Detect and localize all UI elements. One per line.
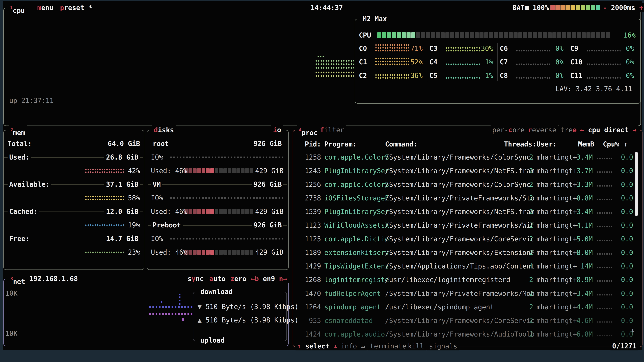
sort-direction-icon[interactable]: ↑: [624, 140, 628, 148]
process-cpu: 0.0: [613, 167, 633, 175]
menu-label: enu: [41, 4, 53, 11]
mem-row-value: 37.1 GiB: [104, 180, 140, 188]
mem-hotkey: 2: [10, 127, 13, 132]
select-control[interactable]: ↑ select ↓: [296, 342, 339, 351]
process-mem: 8.8M: [570, 194, 593, 202]
column-header-user[interactable]: User:: [536, 140, 556, 148]
meter-block: [426, 32, 430, 38]
core-usage-graph: [375, 57, 409, 66]
sort-next-button[interactable]: →: [632, 126, 636, 134]
column-header-program[interactable]: Program:: [324, 140, 357, 148]
core-label: C1: [359, 58, 367, 66]
disk-used-meter: [184, 168, 253, 173]
process-cpu-graph: [597, 212, 614, 214]
meter-block: [591, 5, 595, 10]
preset-button[interactable]: preset *: [58, 3, 94, 12]
meter-block: [228, 250, 232, 255]
next-interface-button[interactable]: n→: [279, 275, 287, 283]
process-cpu: 0.0: [613, 180, 633, 189]
meter-block: [576, 5, 580, 10]
interval-decrease-button[interactable]: -: [603, 4, 607, 11]
meter-block: [494, 32, 498, 38]
disk-row: Preboot926 GiB: [151, 221, 284, 229]
process-command: /System/Library/Frameworks/ColorSync.: [385, 180, 534, 189]
select-down-icon[interactable]: ↓: [334, 342, 338, 350]
net-interface-switcher[interactable]: ←b en9 n→: [249, 274, 289, 283]
mem-row: Total:64.0 GiB: [8, 140, 140, 148]
meter-block: [514, 32, 518, 38]
meter-block: [450, 32, 454, 38]
menu-hotkey: m: [37, 4, 41, 11]
process-command: /System/Applications/Tips.app/Content: [385, 262, 534, 270]
process-cpu: 0.0: [613, 153, 633, 161]
uptime: up 21:37:11: [9, 96, 54, 105]
sort-column-switcher[interactable]: ← cpu direct →: [578, 125, 638, 134]
reverse-toggle[interactable]: reverse: [526, 125, 558, 134]
process-cpu-graph: [597, 308, 614, 309]
meter-block: [446, 32, 450, 38]
terminate-button[interactable]: terminate: [368, 342, 408, 351]
net-sync-toggle[interactable]: sync: [186, 274, 205, 283]
tab-net[interactable]: 3net: [9, 274, 27, 283]
meter-block: [455, 32, 459, 38]
io-mode-toggle[interactable]: io: [271, 125, 283, 134]
prev-interface-button[interactable]: ←b: [251, 275, 259, 283]
process-command: /System/Library/Frameworks/NetFS.fram: [385, 167, 534, 175]
meter-block: [412, 32, 416, 38]
info-button[interactable]: info ↵: [339, 342, 367, 351]
column-header-mem[interactable]: MemB: [578, 140, 594, 148]
process-threads: 2: [513, 194, 533, 202]
net-zero-toggle[interactable]: zero: [228, 274, 248, 283]
per-core-toggle[interactable]: per-core: [490, 125, 526, 134]
meter-block: [382, 32, 386, 38]
process-scrollbar[interactable]: [635, 152, 638, 216]
meter-block: [197, 168, 201, 173]
process-threads: 2: [513, 235, 533, 243]
disk-name: Preboot: [151, 221, 183, 229]
tab-disks[interactable]: disks: [152, 125, 176, 134]
tree-toggle[interactable]: tree: [559, 125, 578, 134]
filter-button[interactable]: filter: [318, 125, 346, 134]
interval-increase-button[interactable]: +: [639, 4, 643, 11]
process-program: csnameddatad: [324, 317, 373, 325]
process-threads: 2: [513, 180, 533, 189]
meter-block: [586, 5, 590, 10]
disk-used-row: Used: 46%: [151, 207, 187, 216]
tab-cpu[interactable]: 1cpu: [8, 3, 26, 12]
meter-block: [440, 32, 444, 38]
tab-proc[interactable]: 4proc: [297, 125, 319, 134]
column-header-command[interactable]: Command:: [385, 140, 418, 148]
net-ip-address: 192.168.1.68: [28, 274, 80, 283]
disks-hotkey: d: [154, 126, 158, 134]
meter-block: [489, 32, 493, 38]
filter-hotkey: f: [320, 126, 324, 134]
process-command: /System/Library/Frameworks/AudioToolb: [385, 330, 534, 338]
meter-block: [562, 32, 566, 38]
net-auto-toggle[interactable]: auto: [208, 274, 227, 283]
meter-block: [219, 209, 223, 214]
meter-block: [232, 250, 236, 255]
column-header-pid[interactable]: Pid:: [300, 140, 321, 148]
menu-button[interactable]: menu: [36, 3, 55, 12]
core-label: C2: [359, 71, 367, 80]
meter-block: [202, 250, 205, 255]
core-percent: 1%: [478, 71, 493, 80]
sort-prev-button[interactable]: ←: [580, 126, 584, 134]
tab-mem[interactable]: 2mem: [9, 125, 27, 134]
process-cpu: 0.0: [613, 221, 633, 229]
column-header-cpu[interactable]: Cpu%: [603, 140, 619, 148]
disk-row: root926 GiB: [151, 140, 284, 148]
core-usage-graph: [445, 46, 480, 52]
process-mem: 3.3M: [570, 180, 593, 189]
column-header-threads[interactable]: Threads:: [504, 140, 536, 148]
scroll-more-icon[interactable]: ↓: [630, 326, 634, 334]
kill-button[interactable]: kill: [406, 342, 426, 351]
process-command: /System/Library/Frameworks/ExtensionF: [385, 249, 534, 257]
select-up-icon[interactable]: ↑: [297, 342, 301, 350]
meter-block: [591, 32, 595, 38]
meter-block: [548, 32, 552, 38]
interval-value: 2000ms: [611, 4, 635, 11]
signals-button[interactable]: signals: [427, 342, 459, 351]
download-rate: 510 Byte/s (3.98 Kibps): [206, 303, 298, 311]
process-cpu: 0.0: [613, 317, 633, 325]
